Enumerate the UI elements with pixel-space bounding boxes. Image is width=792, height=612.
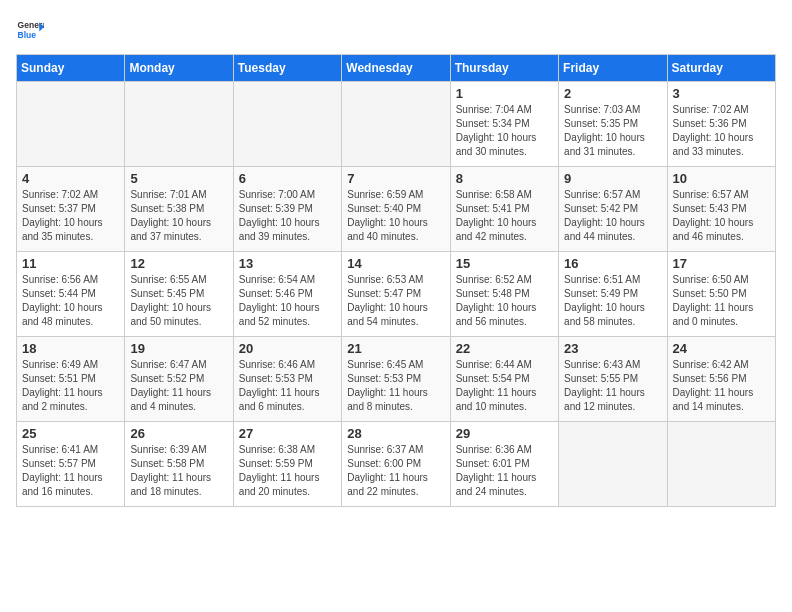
logo-icon: General Blue [16,16,44,44]
day-info: Sunrise: 6:49 AM Sunset: 5:51 PM Dayligh… [22,358,119,414]
day-number: 27 [239,426,336,441]
col-header-sunday: Sunday [17,55,125,82]
day-number: 7 [347,171,444,186]
day-info: Sunrise: 6:45 AM Sunset: 5:53 PM Dayligh… [347,358,444,414]
day-number: 24 [673,341,770,356]
calendar-cell: 12Sunrise: 6:55 AM Sunset: 5:45 PM Dayli… [125,252,233,337]
calendar-cell: 13Sunrise: 6:54 AM Sunset: 5:46 PM Dayli… [233,252,341,337]
day-info: Sunrise: 6:59 AM Sunset: 5:40 PM Dayligh… [347,188,444,244]
day-info: Sunrise: 6:43 AM Sunset: 5:55 PM Dayligh… [564,358,661,414]
day-number: 3 [673,86,770,101]
calendar-cell [559,422,667,507]
calendar-cell: 29Sunrise: 6:36 AM Sunset: 6:01 PM Dayli… [450,422,558,507]
day-number: 20 [239,341,336,356]
calendar-cell: 3Sunrise: 7:02 AM Sunset: 5:36 PM Daylig… [667,82,775,167]
calendar-cell: 18Sunrise: 6:49 AM Sunset: 5:51 PM Dayli… [17,337,125,422]
day-number: 1 [456,86,553,101]
day-number: 17 [673,256,770,271]
day-number: 12 [130,256,227,271]
calendar-cell: 6Sunrise: 7:00 AM Sunset: 5:39 PM Daylig… [233,167,341,252]
svg-text:Blue: Blue [18,30,37,40]
calendar-cell [17,82,125,167]
calendar-cell: 8Sunrise: 6:58 AM Sunset: 5:41 PM Daylig… [450,167,558,252]
day-info: Sunrise: 6:44 AM Sunset: 5:54 PM Dayligh… [456,358,553,414]
calendar-cell: 2Sunrise: 7:03 AM Sunset: 5:35 PM Daylig… [559,82,667,167]
col-header-friday: Friday [559,55,667,82]
page-header: General Blue [16,16,776,44]
day-info: Sunrise: 6:53 AM Sunset: 5:47 PM Dayligh… [347,273,444,329]
calendar-cell: 11Sunrise: 6:56 AM Sunset: 5:44 PM Dayli… [17,252,125,337]
day-number: 26 [130,426,227,441]
calendar-cell [125,82,233,167]
calendar-cell: 15Sunrise: 6:52 AM Sunset: 5:48 PM Dayli… [450,252,558,337]
col-header-saturday: Saturday [667,55,775,82]
day-info: Sunrise: 6:42 AM Sunset: 5:56 PM Dayligh… [673,358,770,414]
day-info: Sunrise: 6:56 AM Sunset: 5:44 PM Dayligh… [22,273,119,329]
day-info: Sunrise: 7:02 AM Sunset: 5:37 PM Dayligh… [22,188,119,244]
day-number: 29 [456,426,553,441]
day-info: Sunrise: 7:04 AM Sunset: 5:34 PM Dayligh… [456,103,553,159]
day-number: 10 [673,171,770,186]
calendar-cell: 16Sunrise: 6:51 AM Sunset: 5:49 PM Dayli… [559,252,667,337]
col-header-wednesday: Wednesday [342,55,450,82]
col-header-thursday: Thursday [450,55,558,82]
day-info: Sunrise: 6:57 AM Sunset: 5:43 PM Dayligh… [673,188,770,244]
day-number: 8 [456,171,553,186]
day-info: Sunrise: 6:52 AM Sunset: 5:48 PM Dayligh… [456,273,553,329]
day-number: 21 [347,341,444,356]
day-info: Sunrise: 7:03 AM Sunset: 5:35 PM Dayligh… [564,103,661,159]
day-number: 28 [347,426,444,441]
calendar-cell [342,82,450,167]
calendar-cell [667,422,775,507]
calendar-cell: 20Sunrise: 6:46 AM Sunset: 5:53 PM Dayli… [233,337,341,422]
day-number: 25 [22,426,119,441]
day-info: Sunrise: 6:39 AM Sunset: 5:58 PM Dayligh… [130,443,227,499]
day-info: Sunrise: 6:54 AM Sunset: 5:46 PM Dayligh… [239,273,336,329]
day-number: 16 [564,256,661,271]
day-info: Sunrise: 6:37 AM Sunset: 6:00 PM Dayligh… [347,443,444,499]
calendar-cell: 24Sunrise: 6:42 AM Sunset: 5:56 PM Dayli… [667,337,775,422]
col-header-monday: Monday [125,55,233,82]
calendar-table: SundayMondayTuesdayWednesdayThursdayFrid… [16,54,776,507]
day-number: 2 [564,86,661,101]
day-number: 4 [22,171,119,186]
day-number: 15 [456,256,553,271]
day-number: 6 [239,171,336,186]
calendar-cell: 1Sunrise: 7:04 AM Sunset: 5:34 PM Daylig… [450,82,558,167]
calendar-cell: 9Sunrise: 6:57 AM Sunset: 5:42 PM Daylig… [559,167,667,252]
calendar-cell: 19Sunrise: 6:47 AM Sunset: 5:52 PM Dayli… [125,337,233,422]
day-info: Sunrise: 6:38 AM Sunset: 5:59 PM Dayligh… [239,443,336,499]
day-number: 14 [347,256,444,271]
day-info: Sunrise: 6:46 AM Sunset: 5:53 PM Dayligh… [239,358,336,414]
day-number: 11 [22,256,119,271]
day-number: 13 [239,256,336,271]
day-info: Sunrise: 6:58 AM Sunset: 5:41 PM Dayligh… [456,188,553,244]
calendar-cell: 7Sunrise: 6:59 AM Sunset: 5:40 PM Daylig… [342,167,450,252]
calendar-cell: 22Sunrise: 6:44 AM Sunset: 5:54 PM Dayli… [450,337,558,422]
day-number: 9 [564,171,661,186]
day-number: 19 [130,341,227,356]
calendar-cell: 10Sunrise: 6:57 AM Sunset: 5:43 PM Dayli… [667,167,775,252]
day-info: Sunrise: 6:36 AM Sunset: 6:01 PM Dayligh… [456,443,553,499]
day-info: Sunrise: 7:00 AM Sunset: 5:39 PM Dayligh… [239,188,336,244]
day-info: Sunrise: 7:02 AM Sunset: 5:36 PM Dayligh… [673,103,770,159]
calendar-cell: 26Sunrise: 6:39 AM Sunset: 5:58 PM Dayli… [125,422,233,507]
calendar-cell: 4Sunrise: 7:02 AM Sunset: 5:37 PM Daylig… [17,167,125,252]
day-info: Sunrise: 6:57 AM Sunset: 5:42 PM Dayligh… [564,188,661,244]
calendar-cell [233,82,341,167]
calendar-cell: 21Sunrise: 6:45 AM Sunset: 5:53 PM Dayli… [342,337,450,422]
calendar-cell: 23Sunrise: 6:43 AM Sunset: 5:55 PM Dayli… [559,337,667,422]
day-info: Sunrise: 6:55 AM Sunset: 5:45 PM Dayligh… [130,273,227,329]
day-number: 22 [456,341,553,356]
day-info: Sunrise: 6:41 AM Sunset: 5:57 PM Dayligh… [22,443,119,499]
calendar-cell: 5Sunrise: 7:01 AM Sunset: 5:38 PM Daylig… [125,167,233,252]
day-info: Sunrise: 6:51 AM Sunset: 5:49 PM Dayligh… [564,273,661,329]
calendar-cell: 27Sunrise: 6:38 AM Sunset: 5:59 PM Dayli… [233,422,341,507]
day-number: 5 [130,171,227,186]
day-number: 23 [564,341,661,356]
logo: General Blue [16,16,44,44]
calendar-cell: 14Sunrise: 6:53 AM Sunset: 5:47 PM Dayli… [342,252,450,337]
calendar-cell: 28Sunrise: 6:37 AM Sunset: 6:00 PM Dayli… [342,422,450,507]
col-header-tuesday: Tuesday [233,55,341,82]
calendar-cell: 17Sunrise: 6:50 AM Sunset: 5:50 PM Dayli… [667,252,775,337]
